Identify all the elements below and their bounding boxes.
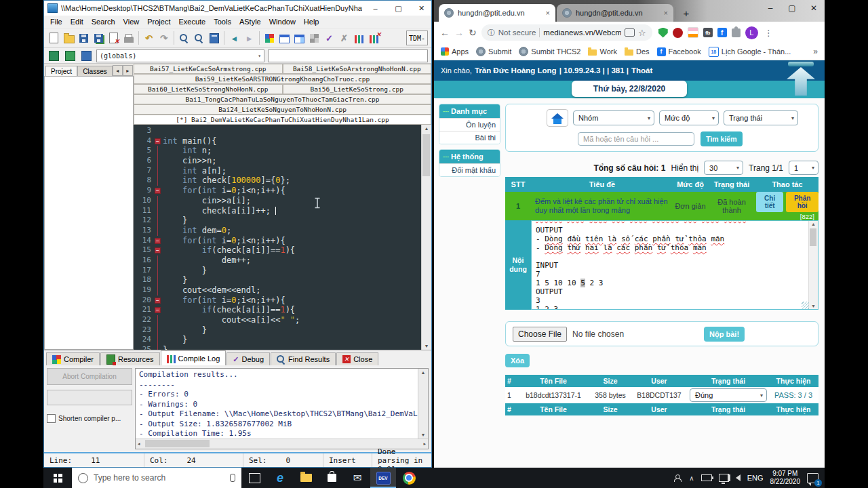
maximize-button[interactable]: ▢ <box>781 0 803 16</box>
choose-file-button[interactable]: Choose File <box>513 327 567 342</box>
scroll-up-icon[interactable]: ▲ <box>425 126 429 131</box>
tab-classes[interactable]: Classes <box>77 66 113 76</box>
resize-grip[interactable] <box>802 302 809 309</box>
menu-search[interactable]: Search <box>87 18 119 26</box>
sidebar-item-bài-thi[interactable]: Bài thi <box>439 131 500 144</box>
edge-app[interactable]: e <box>267 468 293 488</box>
battery-icon[interactable] <box>701 474 712 481</box>
stripes-extension-icon[interactable] <box>688 27 698 38</box>
bookmark-item[interactable]: Sumbit THCS2 <box>519 47 580 56</box>
tray-expand-icon[interactable]: ∧ <box>689 474 694 482</box>
store-app[interactable] <box>319 468 344 488</box>
maximize-button[interactable]: ▢ <box>389 1 408 16</box>
fold-marker-icon[interactable]: − <box>155 298 161 304</box>
level-select[interactable]: Mức độ▾ <box>659 110 719 125</box>
undo-icon[interactable]: ↶ <box>142 32 155 45</box>
home-button[interactable] <box>547 109 568 127</box>
run-icon[interactable] <box>278 32 291 45</box>
question-row[interactable]: 1 Đếm và liệt kê các phần tử chỉ xuất hi… <box>505 192 818 220</box>
minimize-button[interactable]: – <box>366 1 385 16</box>
log-hscrollbar[interactable]: ◂ ▸ <box>136 439 428 449</box>
tab-close-icon[interactable]: × <box>546 9 550 17</box>
compile-run-icon[interactable] <box>293 32 306 45</box>
print-icon[interactable] <box>122 32 135 45</box>
info-icon[interactable]: ⓘ <box>488 28 495 38</box>
menu-edit[interactable]: Edit <box>66 18 87 26</box>
back-icon[interactable]: ◂ <box>228 32 241 45</box>
feedback-button[interactable]: Phản hồi <box>786 192 818 212</box>
compiler-select[interactable]: TDM- <box>406 30 428 45</box>
menu-project[interactable]: Project <box>143 18 174 26</box>
scroll-down-icon[interactable]: ▼ <box>811 304 816 308</box>
menu-astyle[interactable]: AStyle <box>235 18 265 26</box>
task-view-button[interactable] <box>241 468 267 488</box>
content-scrollbar[interactable]: ▲ ▼ <box>808 221 818 309</box>
scroll-left-icon[interactable]: ◂ <box>138 441 140 447</box>
page-select[interactable]: 1▾ <box>789 161 818 175</box>
submit-button[interactable]: Nộp bài! <box>704 327 745 342</box>
devcpp-app[interactable]: DEV <box>370 468 396 488</box>
profile-avatar[interactable]: L <box>745 26 758 39</box>
bookmark-item[interactable]: Submit <box>476 47 511 56</box>
scrollbar-thumb[interactable] <box>810 228 816 246</box>
abort-compilation-button[interactable]: Abort Compilation <box>47 368 132 385</box>
code-editor[interactable]: 34−int main(){5 int n;6 cin>>n;7 int a[n… <box>134 125 421 350</box>
bottom-tab-compiler[interactable]: Compiler <box>46 352 100 365</box>
back-icon[interactable]: ← <box>440 27 450 38</box>
file-tab[interactable]: [*] Bai2_DemVaLietKeCacPhanTuChiXuatHien… <box>134 115 431 125</box>
address-bar[interactable]: ⓘ Not secure medianews.vn/Webcm... ☆ <box>481 24 652 41</box>
bookmark-item[interactable]: Des <box>625 47 650 56</box>
editor-scrollbar[interactable]: ▲ ▼ <box>421 125 431 350</box>
file-explorer-app[interactable] <box>293 468 319 488</box>
file-tab[interactable]: Bai59_LietKeSoARSTRONGtrongKhoangChoTruo… <box>134 74 431 84</box>
notification-icon[interactable]: 1 <box>807 473 818 483</box>
page-size-select[interactable]: 30▾ <box>704 161 743 175</box>
close-file-icon[interactable] <box>107 32 120 45</box>
clock[interactable]: 9:07 PM 8/22/2020 <box>770 470 801 486</box>
goto-implementation-icon[interactable] <box>64 49 77 62</box>
people-icon[interactable] <box>673 474 682 482</box>
scroll-up-icon[interactable]: ▲ <box>421 370 426 375</box>
chrome-app[interactable] <box>396 468 422 488</box>
content-box[interactable]: xxxxxx xxxx xxxx xxx xxxx xxxxxx xxx xxx… <box>531 220 818 310</box>
fold-marker-icon[interactable]: − <box>155 238 161 244</box>
minimize-button[interactable]: – <box>760 0 781 16</box>
facebook-extension-icon[interactable]: f <box>717 28 727 37</box>
adblock-extension-icon[interactable] <box>673 28 683 38</box>
bookmark-star-icon[interactable]: ☆ <box>638 28 646 38</box>
scroll-down-icon[interactable]: ▼ <box>421 432 426 437</box>
scroll-up-icon[interactable]: ▲ <box>811 222 816 226</box>
file-tab[interactable]: Bai57_LietKeCacSoArmstrong.cpp <box>134 64 283 74</box>
menu-execute[interactable]: Execute <box>174 18 210 26</box>
language-indicator[interactable]: ENG <box>747 474 764 482</box>
browser-menu-icon[interactable]: ⋮ <box>763 28 774 38</box>
bottom-tab-resources[interactable]: Resources <box>100 352 160 365</box>
rebuild-icon[interactable] <box>308 32 321 45</box>
find-icon[interactable] <box>178 32 191 45</box>
project-tree[interactable] <box>44 76 134 350</box>
abort-icon[interactable]: ✗ <box>338 32 351 45</box>
delete-profile-icon[interactable] <box>368 32 380 45</box>
fb-extension-icon[interactable]: fb <box>703 28 713 37</box>
detail-button[interactable]: Chi tiết <box>756 192 783 212</box>
file-tab[interactable]: Bai58_LietKeSoArstrongNhoHonN.cpp <box>283 64 432 74</box>
save-all-icon[interactable] <box>92 32 105 45</box>
scroll-right-icon[interactable]: ▸ <box>123 65 133 76</box>
browser-tab-active[interactable]: hungdn@ptit.edu.vn × <box>439 4 555 22</box>
fold-marker-icon[interactable]: − <box>155 188 161 194</box>
checkbox-icon[interactable] <box>47 414 56 423</box>
menu-help[interactable]: Help <box>300 18 323 26</box>
fold-marker-icon[interactable]: − <box>155 138 161 144</box>
save-icon[interactable] <box>77 32 90 45</box>
file-tab[interactable]: Bai1_TongCacPhanTuLaSoNguyenToThuocTamGi… <box>134 94 431 104</box>
members-combobox[interactable] <box>268 49 428 62</box>
scrollbar-thumb[interactable] <box>422 134 430 176</box>
file-tab[interactable]: Bai24_LietKeSoNguyenToNhoHonN.cpp <box>134 104 431 115</box>
close-button[interactable]: ✕ <box>803 0 825 16</box>
redo-icon[interactable]: ↷ <box>157 32 170 45</box>
bookmark-item[interactable]: Apps <box>441 47 469 56</box>
tab-project[interactable]: Project <box>45 66 77 76</box>
bottom-tab-compile-log[interactable]: Compile Log <box>161 350 226 365</box>
shield-extension-icon[interactable] <box>658 28 668 38</box>
compile-icon[interactable] <box>263 32 276 45</box>
